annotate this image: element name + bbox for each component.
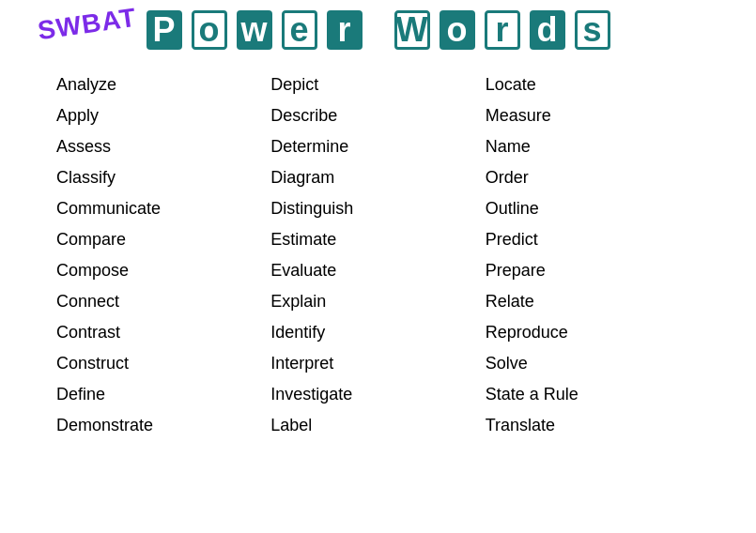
list-item: Identify	[270, 317, 485, 348]
list-item: Solve	[486, 348, 700, 379]
list-item: Apply	[56, 100, 270, 131]
title-letter-e: e	[282, 10, 317, 50]
title-letter-r: r	[327, 10, 363, 50]
list-item: Evaluate	[270, 255, 485, 286]
list-item: Compare	[56, 224, 270, 255]
list-item: Relate	[486, 286, 700, 317]
list-item: Assess	[56, 131, 270, 162]
list-item: Depict	[270, 69, 485, 100]
column-1: AnalyzeApplyAssessClassifyCommunicateCom…	[56, 69, 270, 441]
title-letter-s: s	[575, 10, 610, 50]
title-letter-o2: o	[440, 10, 475, 50]
title-letter-P: P	[147, 10, 182, 50]
list-item: Explain	[270, 286, 485, 317]
title-letter-r2: r	[485, 10, 520, 50]
list-item: Label	[270, 410, 485, 441]
list-item: Reproduce	[486, 317, 700, 348]
list-item: Order	[486, 162, 700, 193]
list-item: Describe	[270, 100, 485, 131]
list-item: Predict	[486, 224, 700, 255]
list-item: Investigate	[270, 379, 485, 410]
list-item: Compose	[56, 255, 270, 286]
list-item: Locate	[486, 69, 700, 100]
word-list: AnalyzeApplyAssessClassifyCommunicateCom…	[19, 69, 737, 441]
power-words-title: P o w e r W o r d s	[146, 9, 611, 51]
header: SWBAT P o w e r W o r d s	[19, 9, 737, 51]
list-item: Prepare	[486, 255, 700, 286]
list-item: Classify	[56, 162, 270, 193]
list-item: Determine	[270, 131, 485, 162]
title-letter-d: d	[530, 10, 565, 50]
list-item: Name	[486, 131, 700, 162]
list-item: Define	[56, 379, 270, 410]
list-item: Connect	[56, 286, 270, 317]
list-item: Estimate	[270, 224, 485, 255]
list-item: Contrast	[56, 317, 270, 348]
title-letter-o1: o	[192, 10, 227, 50]
list-item: Translate	[486, 410, 700, 441]
list-item: Interpret	[270, 348, 485, 379]
column-2: DepictDescribeDetermineDiagramDistinguis…	[270, 69, 485, 441]
list-item: Distinguish	[270, 193, 485, 224]
column-3: LocateMeasureNameOrderOutlinePredictPrep…	[486, 69, 700, 441]
list-item: Demonstrate	[56, 410, 270, 441]
list-item: Measure	[486, 100, 700, 131]
list-item: Outline	[486, 193, 700, 224]
list-item: Analyze	[56, 69, 270, 100]
list-item: State a Rule	[486, 379, 700, 410]
title-letter-w: w	[237, 10, 272, 50]
swbat-label: SWBAT	[36, 3, 138, 46]
title-letter-W: W	[394, 10, 430, 50]
list-item: Construct	[56, 348, 270, 379]
list-item: Communicate	[56, 193, 270, 224]
list-item: Diagram	[270, 162, 485, 193]
